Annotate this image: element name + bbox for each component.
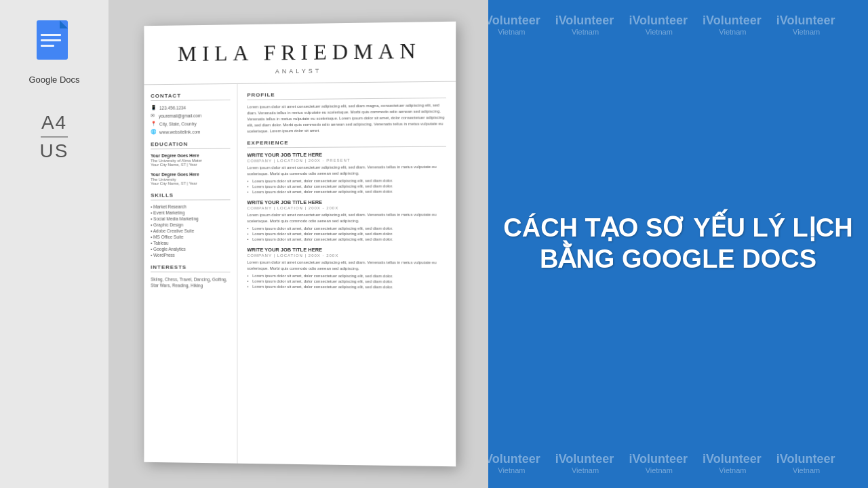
- contact-city-text: City, State, Country: [159, 121, 197, 126]
- skill-item: Adobe Creative Suite: [151, 228, 230, 233]
- contact-phone-item: 📱 123.456.1234: [151, 104, 230, 110]
- education-section-title: EDUCATION: [151, 141, 230, 150]
- contact-web-item: 🌐 www.websitelink.com: [151, 129, 230, 135]
- contact-section-title: CONTACT: [151, 92, 230, 101]
- skills-list: Market ResearchEvent MarketingSocial Med…: [151, 204, 230, 258]
- doc-icon-svg: [34, 20, 75, 69]
- watermark-bottom-1: iVolunteer Vietnam: [488, 452, 542, 474]
- main-title-block: CÁCH TẠO SƠ YẾU LÝ LỊCH BẰNG GOOGLE DOCS: [490, 199, 866, 288]
- center-panel: MILA FRIEDMAN ANALYST CONTACT 📱 123.456.…: [108, 0, 488, 488]
- skill-item: WordPress: [151, 253, 230, 258]
- watermark-bottom-5: iVolunteer Vietnam: [776, 452, 837, 474]
- contact-email-text: youremail@gmail.com: [159, 113, 201, 118]
- job-bullet: Lorem ipsum dolor sit amet, dolor consec…: [247, 184, 446, 188]
- job-bullet: Lorem ipsum dolor sit amet, dolor consec…: [247, 279, 446, 284]
- job-block: WRITE YOUR JOB TITLE HERECOMPANY | LOCAT…: [247, 151, 446, 195]
- watermark-sub-5: Vietnam: [793, 28, 820, 36]
- interests-section-title: INTERESTS: [151, 264, 230, 272]
- watermark-group-5: iVolunteer Vietnam: [776, 14, 837, 36]
- web-icon: 🌐: [151, 129, 157, 135]
- email-icon: ✉: [151, 113, 156, 119]
- resume-job-title: ANALYST: [157, 66, 442, 77]
- interests-text: Skiing, Chess, Travel, Dancing, Golfing,…: [151, 277, 230, 289]
- main-title-line2: BẰNG GOOGLE DOCS: [503, 244, 852, 275]
- google-docs-app-icon[interactable]: Google Docs: [28, 20, 79, 85]
- watermark-brand-2: iVolunteer: [555, 14, 614, 28]
- contact-web-text: www.websitelink.com: [159, 129, 200, 134]
- watermark-brand-4: iVolunteer: [703, 14, 762, 28]
- job-description: Lorem ipsum dolor sit amet consectetuer …: [247, 212, 446, 225]
- job-description: Lorem ipsum dolor sit amet consectetuer …: [247, 164, 446, 177]
- edu-degree-1: Your Degree Goes Here: [151, 153, 230, 159]
- contact-location-item: 📍 City, State, Country: [151, 121, 230, 127]
- job-title: WRITE YOUR JOB TITLE HERE: [247, 247, 446, 253]
- skill-item: Tableau: [151, 241, 230, 245]
- education-block-1: Your Degree Goes Here The University of …: [151, 153, 230, 167]
- watermark-sub-4: Vietnam: [719, 28, 746, 36]
- watermark-group-1: iVolunteer Vietnam: [488, 14, 542, 36]
- job-company: COMPANY | LOCATION | 200X - 200X: [247, 205, 446, 210]
- job-company: COMPANY | LOCATION | 200X - PRESENT: [247, 158, 446, 163]
- size-divider: [41, 136, 68, 138]
- experience-section-title: EXPERIENCE: [247, 139, 446, 148]
- job-bullet: Lorem ipsum dolor sit amet, dolor consec…: [247, 237, 446, 241]
- svg-rect-3: [41, 39, 61, 41]
- watermark-bottom-sub-1: Vietnam: [498, 466, 525, 474]
- svg-rect-4: [41, 45, 54, 47]
- app-name-label: Google Docs: [28, 75, 79, 85]
- watermark-bottom-brand-3: iVolunteer: [629, 452, 688, 466]
- skill-item: Event Marketing: [151, 210, 230, 215]
- watermark-bottom-sub-3: Vietnam: [646, 466, 673, 474]
- job-bullet: Lorem ipsum dolor sit amet, dolor consec…: [247, 226, 446, 230]
- resume-body: CONTACT 📱 123.456.1234 ✉ youremail@gmail…: [144, 82, 456, 467]
- main-title-line1: CÁCH TẠO SƠ YẾU LÝ LỊCH: [503, 213, 852, 244]
- watermark-bottom-3: iVolunteer Vietnam: [629, 452, 689, 474]
- resume-right-column: PROFILE Lorem ipsum dolor sit amet conse…: [237, 82, 456, 467]
- watermark-bottom-4: iVolunteer Vietnam: [703, 452, 763, 474]
- watermark-bottom-sub-5: Vietnam: [793, 466, 820, 474]
- left-panel: Google Docs A4 US: [0, 0, 108, 488]
- edu-location-1: Your City Name, ST | Year: [151, 163, 230, 167]
- job-description: Lorem ipsum dolor sit amet consectetuer …: [247, 260, 446, 272]
- watermark-bottom: iVolunteer Vietnam iVolunteer Vietnam iV…: [488, 452, 850, 474]
- education-block-2: Your Degree Goes Here The University You…: [151, 171, 230, 185]
- edu-location-2: Your City Name, ST | Year: [151, 181, 230, 185]
- size-a4-label: A4: [41, 112, 67, 134]
- watermark-bottom-2: iVolunteer Vietnam: [555, 452, 616, 474]
- profile-section-title: PROFILE: [247, 90, 446, 100]
- resume-name: MILA FRIEDMAN: [157, 38, 442, 66]
- job-title: WRITE YOUR JOB TITLE HERE: [247, 151, 446, 159]
- watermark-bottom-brand-1: iVolunteer: [488, 452, 540, 466]
- resume-preview: MILA FRIEDMAN ANALYST CONTACT 📱 123.456.…: [144, 22, 456, 467]
- skill-item: Market Research: [151, 204, 230, 209]
- watermark-group-3: iVolunteer Vietnam: [629, 14, 689, 36]
- watermark-brand-1: iVolunteer: [488, 14, 540, 28]
- phone-icon: 📱: [151, 105, 157, 110]
- watermark-group-4: iVolunteer Vietnam: [703, 14, 763, 36]
- watermark-sub-1: Vietnam: [498, 28, 525, 36]
- job-company: COMPANY | LOCATION | 200X - 200X: [247, 253, 446, 258]
- jobs-list: WRITE YOUR JOB TITLE HERECOMPANY | LOCAT…: [247, 151, 446, 289]
- location-icon: 📍: [151, 121, 157, 127]
- skill-item: MS Office Suite: [151, 235, 230, 239]
- skill-item: Social Media Marketing: [151, 216, 230, 221]
- skill-item: Graphic Design: [151, 222, 230, 227]
- watermark-bottom-brand-4: iVolunteer: [703, 452, 762, 466]
- profile-text: Lorem ipsum dolor sit amet consectetuer …: [247, 102, 446, 135]
- size-us-label: US: [40, 140, 69, 162]
- edu-degree-2: Your Degree Goes Here: [151, 171, 230, 176]
- contact-email-item: ✉ youremail@gmail.com: [151, 113, 230, 119]
- watermark-brand-5: iVolunteer: [776, 14, 835, 28]
- watermark-bottom-sub-4: Vietnam: [719, 466, 746, 474]
- job-bullet: Lorem ipsum dolor sit amet, dolor consec…: [247, 232, 446, 236]
- job-block: WRITE YOUR JOB TITLE HERECOMPANY | LOCAT…: [247, 199, 446, 241]
- watermark-bottom-sub-2: Vietnam: [572, 466, 599, 474]
- watermark-top: iVolunteer Vietnam iVolunteer Vietnam iV…: [488, 14, 850, 36]
- watermark-group-2: iVolunteer Vietnam: [555, 14, 616, 36]
- job-bullet: Lorem ipsum dolor sit amet, dolor consec…: [247, 285, 446, 289]
- contact-phone-text: 123.456.1234: [159, 105, 186, 110]
- watermark-sub-2: Vietnam: [572, 28, 599, 36]
- watermark-brand-3: iVolunteer: [629, 14, 688, 28]
- watermark-sub-3: Vietnam: [646, 28, 673, 36]
- resume-header: MILA FRIEDMAN ANALYST: [144, 22, 456, 85]
